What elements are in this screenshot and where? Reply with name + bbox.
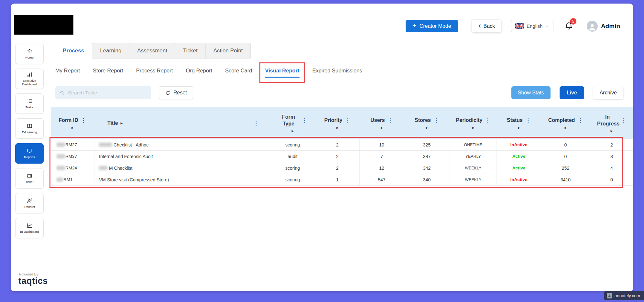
column-header-completed[interactable]: Completed ⋮ ▶ <box>541 107 590 139</box>
cell-form-id: RM37 <box>51 151 94 162</box>
column-menu-icon[interactable]: ⋮ <box>253 120 259 127</box>
tab-my-report[interactable]: My Report <box>55 68 80 77</box>
language-selector[interactable]: English ⌄ <box>511 20 553 32</box>
cell-status: InActive <box>497 174 541 185</box>
table-row[interactable]: RM24 M Checklist scoring 2 12 342 WEEKLY… <box>51 162 633 174</box>
tab-expired-submissions[interactable]: Expired Submissions <box>312 68 362 77</box>
task-list-icon <box>27 98 33 104</box>
search-icon <box>60 90 65 96</box>
tab-score-card[interactable]: Score Card <box>225 68 252 77</box>
sort-arrow-icon[interactable]: ▶ <box>292 129 294 133</box>
column-label: Title <box>107 120 118 127</box>
sidebar-item-label: Executive Dashboard <box>16 79 43 86</box>
sort-arrow-icon[interactable]: ▶ <box>565 126 567 129</box>
reset-label: Reset <box>173 90 187 96</box>
search-input[interactable] <box>68 90 147 96</box>
trend-chart-icon <box>27 222 33 229</box>
column-menu-icon[interactable]: ⋮ <box>345 117 351 124</box>
tab-assessment[interactable]: Assessment <box>129 43 175 59</box>
tab-ticket[interactable]: Ticket <box>175 43 206 59</box>
plus-icon: + <box>413 22 417 29</box>
cell-priority: 2 <box>315 151 360 162</box>
column-header-stores[interactable]: Stores ⋮ ▶ <box>404 107 450 139</box>
cell-status: Active <box>497 151 541 162</box>
live-button[interactable]: Live <box>560 86 584 99</box>
tab-learning[interactable]: Learning <box>92 43 129 59</box>
column-header-form-id[interactable]: Form ID ⋮ ▶ <box>51 107 94 139</box>
column-menu-icon[interactable]: ⋮ <box>387 117 393 124</box>
search-box[interactable] <box>55 86 151 99</box>
sidebar-item-bi-dashboard[interactable]: BI Dashboard <box>15 218 44 238</box>
sidebar-item-executive-dashboard[interactable]: Executive Dashboard <box>15 69 44 89</box>
tab-label: Visual Report <box>265 68 299 73</box>
sidebar-item-e-learning[interactable]: E-Learning <box>15 118 44 139</box>
column-menu-icon[interactable]: ⋮ <box>620 117 626 124</box>
tab-store-report[interactable]: Store Report <box>93 68 123 77</box>
cell-in-progress: 0 <box>590 174 633 185</box>
redacted-text <box>99 143 112 147</box>
sort-arrow-icon[interactable]: ▶ <box>611 129 613 133</box>
sort-arrow-icon[interactable]: ▶ <box>518 126 520 129</box>
column-menu-icon[interactable]: ⋮ <box>577 117 583 124</box>
column-header-title[interactable]: Title ▶ ⋮ <box>94 107 270 139</box>
cell-users: 547 <box>360 174 404 185</box>
column-header-in-progress[interactable]: In Progress ⋮ ▶ <box>590 107 633 139</box>
cell-completed: 252 <box>541 162 590 174</box>
chevron-down-icon: ⌄ <box>545 22 549 28</box>
tab-org-report[interactable]: Org Report <box>186 68 212 77</box>
show-stats-button[interactable]: Show Stats <box>511 86 551 99</box>
sort-arrow-icon[interactable]: ▶ <box>381 126 383 129</box>
column-label: Priority <box>324 117 342 124</box>
sort-arrow-icon[interactable]: ▶ <box>71 126 74 129</box>
sidebar-item-tasks[interactable]: Tasks <box>15 93 44 114</box>
table-row[interactable]: RM27 Checklist - Adhoc scoring 2 10 325 … <box>51 139 633 151</box>
cell-form-id: RM1 <box>51 174 94 185</box>
refresh-icon <box>165 90 170 96</box>
column-menu-icon[interactable]: ⋮ <box>525 117 531 124</box>
sidebar-item-transfer[interactable]: Transfer <box>15 193 44 213</box>
tab-action-point[interactable]: Action Point <box>205 43 251 59</box>
sidebar-item-label: Ticket <box>25 180 35 184</box>
reset-button[interactable]: Reset <box>159 86 193 99</box>
notifications-button[interactable]: 5 <box>564 22 573 30</box>
cell-priority: 2 <box>315 139 360 150</box>
tab-process[interactable]: Process <box>55 43 92 59</box>
sort-arrow-icon[interactable]: ▶ <box>472 126 475 129</box>
sidebar-item-home[interactable]: Home <box>15 44 44 64</box>
column-menu-icon[interactable]: ⋮ <box>433 117 439 124</box>
avatar <box>587 21 598 32</box>
tab-visual-report[interactable]: Visual Report <box>265 68 299 78</box>
column-menu-icon[interactable]: ⋮ <box>81 117 87 124</box>
back-chevron-icon: ‹ <box>478 22 481 29</box>
archive-button[interactable]: Archive <box>593 86 623 99</box>
cell-form-type: scoring <box>270 174 315 185</box>
column-header-users[interactable]: Users ⋮ ▶ <box>360 107 404 139</box>
bar-chart-icon <box>27 71 33 78</box>
redacted-text <box>57 166 65 170</box>
sidebar-item-label: E-Learning <box>21 130 38 134</box>
table-row[interactable]: RM1 VM Store visit (Compressed Store) sc… <box>51 174 633 186</box>
column-label: Stores <box>415 117 431 124</box>
sort-arrow-icon[interactable]: ▶ <box>121 122 123 125</box>
sort-arrow-icon[interactable]: ▶ <box>426 126 428 129</box>
user-menu[interactable]: Admin <box>587 21 620 32</box>
redacted-text <box>99 166 107 170</box>
column-menu-icon[interactable]: ⋮ <box>301 117 307 124</box>
footer-branding: Powered By taqtics <box>18 272 48 286</box>
column-menu-icon[interactable]: ⋮ <box>485 117 491 124</box>
column-header-status[interactable]: Status ⋮ ▶ <box>497 107 541 139</box>
sidebar: Home Executive Dashboard Tasks E-Learnin… <box>15 44 44 238</box>
creator-mode-button[interactable]: + Creator Mode <box>406 20 458 32</box>
sidebar-item-ticket[interactable]: Ticket <box>15 168 44 189</box>
table-row[interactable]: RM37 Internal and Forensic Audit audit 2… <box>51 151 633 162</box>
language-label: English <box>527 23 542 29</box>
sort-arrow-icon[interactable]: ▶ <box>336 126 339 129</box>
tab-process-report[interactable]: Process Report <box>136 68 173 77</box>
column-header-priority[interactable]: Priority ⋮ ▶ <box>315 107 360 139</box>
back-button[interactable]: ‹ Back <box>472 20 502 32</box>
column-label: Completed <box>548 117 575 124</box>
sidebar-item-reports[interactable]: Reports <box>15 143 44 164</box>
column-header-periodicity[interactable]: Periodicity ⋮ ▶ <box>450 107 497 139</box>
annotely-icon: A <box>607 293 612 298</box>
column-header-form-type[interactable]: Form Type ⋮ ▶ <box>270 107 315 139</box>
